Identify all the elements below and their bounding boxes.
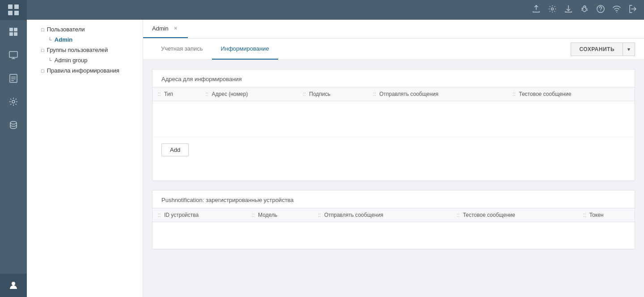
icon-sidebar [0, 0, 27, 297]
sidebar-label-rules: Правила информирования [47, 67, 119, 74]
sort-icon-token: :: [583, 212, 586, 218]
svg-rect-4 [9, 28, 13, 31]
sort-icon-model: :: [252, 212, 255, 218]
plus-icon-rules: □ [41, 68, 44, 73]
save-button[interactable]: СОХРАНИТЬ [571, 43, 623, 56]
wifi-icon[interactable] [613, 5, 621, 15]
push-section-title: Pushnotification: зарегистрированные уст… [153, 190, 635, 208]
sidebar-label-users: Пользователи [47, 26, 85, 33]
gear-icon[interactable] [548, 5, 556, 15]
notify-empty-row [153, 101, 635, 137]
svg-rect-6 [9, 32, 13, 36]
svg-rect-5 [14, 28, 17, 31]
subtab-notify-label: Информирование [221, 45, 269, 52]
svg-point-15 [12, 100, 15, 103]
sort-icon-send-msgs: :: [318, 212, 321, 218]
svg-rect-2 [8, 11, 13, 15]
col-send-msgs: :: Отправлять сообщения [313, 208, 451, 222]
sub-tabs: Учетная запись Информирование [152, 39, 278, 60]
tab-admin-label: Admin [152, 25, 169, 32]
svg-point-21 [600, 11, 601, 12]
svg-rect-7 [14, 32, 17, 36]
svg-rect-0 [8, 4, 13, 9]
tab-close-admin[interactable]: ✕ [172, 25, 179, 32]
sort-icon-device-id: :: [158, 212, 161, 218]
sidebar-item-database[interactable] [0, 113, 27, 137]
svg-rect-3 [14, 11, 19, 15]
content-area: □ Пользователи └ Admin □ Группы пользова… [27, 20, 644, 297]
col-signature: :: Подпись [297, 87, 368, 101]
page-header: Учетная запись Информирование СОХРАНИТЬ … [143, 39, 644, 60]
save-area: СОХРАНИТЬ ▾ [571, 43, 635, 56]
sidebar-label-admin-group: Admin group [55, 57, 88, 64]
svg-rect-11 [10, 74, 17, 82]
col-test-msg: :: Тестовое сообщение [451, 208, 578, 222]
logout-icon[interactable] [629, 5, 637, 15]
col-send: :: Отправлять сообщения [368, 87, 507, 101]
notify-section-title: Адреса для информирования [153, 69, 635, 87]
page-body: Адреса для информирования :: Тип :: Ад [143, 60, 644, 297]
subtab-account[interactable]: Учетная запись [152, 39, 212, 60]
svg-rect-8 [9, 52, 17, 57]
sort-icon-send: :: [373, 91, 376, 97]
subtab-notify[interactable]: Информирование [212, 39, 278, 60]
download-icon[interactable] [564, 5, 572, 15]
svg-rect-1 [14, 4, 19, 9]
sidebar: □ Пользователи └ Admin □ Группы пользова… [27, 20, 143, 297]
minus-icon: □ [41, 27, 44, 32]
sidebar-item-reports[interactable] [0, 67, 27, 90]
col-test: :: Тестовое сообщение [507, 87, 635, 101]
sidebar-item-settings[interactable] [0, 90, 27, 113]
sidebar-item-admin-group[interactable]: └ Admin group [27, 55, 143, 65]
sort-icon-signature: :: [303, 91, 306, 97]
sidebar-item-dashboard[interactable] [0, 20, 27, 43]
sidebar-label-admin: Admin [55, 36, 72, 43]
sort-icon-type: :: [158, 91, 161, 97]
bug-icon[interactable] [580, 5, 589, 15]
col-token: :: Токен [578, 208, 635, 222]
push-empty-row [153, 222, 635, 249]
sidebar-item-monitor[interactable] [0, 43, 27, 67]
dropdown-chevron-icon: ▾ [627, 46, 630, 52]
sort-icon-address: :: [206, 91, 209, 97]
col-address: :: Адрес (номер) [200, 87, 298, 101]
sidebar-item-user-groups[interactable]: □ Группы пользователей [27, 45, 143, 55]
add-notify-button[interactable]: Add [161, 143, 189, 156]
push-section: Pushnotification: зарегистрированные уст… [152, 190, 635, 250]
notify-table: :: Тип :: Адрес (номер) :: Подпись [153, 87, 635, 137]
sidebar-label-groups: Группы пользователей [47, 47, 108, 53]
svg-point-17 [12, 282, 15, 285]
tab-admin[interactable]: Admin ✕ [143, 20, 188, 38]
sidebar-item-user[interactable] [0, 274, 27, 297]
sidebar-item-admin[interactable]: └ Admin [27, 34, 143, 45]
svg-point-16 [10, 121, 17, 124]
sort-icon-test: :: [513, 91, 516, 97]
subtab-account-label: Учетная запись [161, 45, 203, 52]
svg-point-18 [551, 8, 554, 10]
save-dropdown-button[interactable]: ▾ [623, 43, 635, 56]
col-type: :: Тип [153, 87, 200, 101]
sidebar-item-notify-rules[interactable]: □ Правила информирования [27, 65, 143, 76]
svg-point-22 [616, 12, 617, 13]
doc-icon-admin: └ [48, 37, 52, 43]
col-device-id: :: ID устройства [153, 208, 246, 222]
doc-icon-group: └ [48, 58, 52, 63]
main-wrapper: □ Пользователи └ Admin □ Группы пользова… [27, 0, 644, 297]
sort-icon-test-msg: :: [457, 212, 460, 218]
notify-addresses-section: Адреса для информирования :: Тип :: Ад [152, 69, 635, 181]
main-content: Admin ✕ Учетная запись Информирование СО… [143, 20, 644, 297]
minus-icon-groups: □ [41, 47, 44, 53]
col-model: :: Модель [246, 208, 313, 222]
question-icon[interactable] [597, 5, 605, 15]
top-bar [27, 0, 644, 20]
sidebar-item-users[interactable]: □ Пользователи [27, 24, 143, 34]
app-logo [0, 0, 27, 20]
upload-icon[interactable] [532, 5, 540, 15]
tab-bar: Admin ✕ [143, 20, 644, 39]
push-table: :: ID устройства :: Модель :: Отправлять… [153, 208, 635, 249]
